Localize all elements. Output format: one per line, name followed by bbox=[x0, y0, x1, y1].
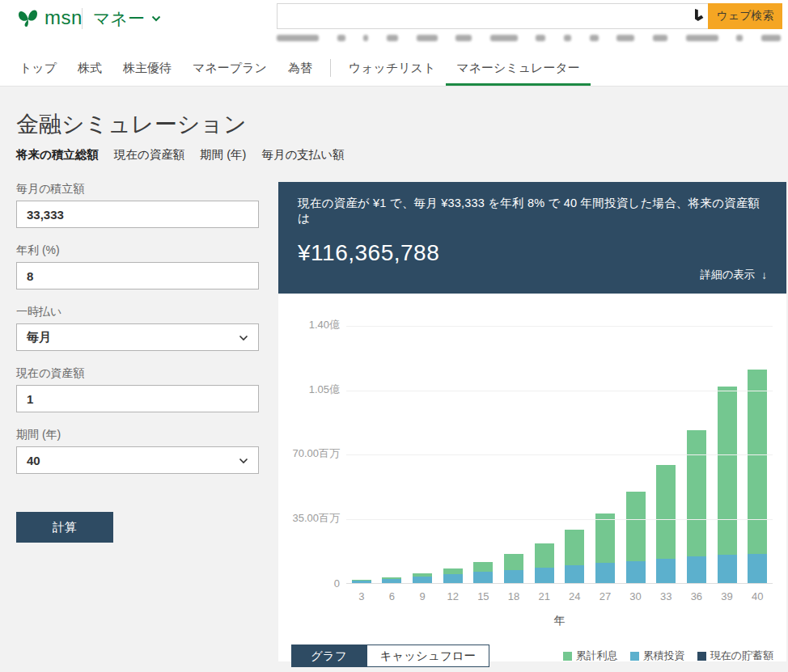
bar-year-39[interactable] bbox=[718, 387, 737, 583]
bar-year-27[interactable] bbox=[595, 514, 615, 583]
bar-year-40[interactable] bbox=[748, 370, 767, 583]
x-axis-tick-label: 39 bbox=[718, 590, 737, 602]
period-years-label: 期間 (年) bbox=[16, 428, 278, 442]
subtab-future-savings[interactable]: 将来の積立総額 bbox=[16, 147, 99, 163]
gridline bbox=[346, 391, 773, 391]
msn-logo-text: msn bbox=[44, 6, 83, 29]
legend-item: 現在の貯蓄額 bbox=[697, 649, 773, 663]
legend-swatch-icon bbox=[697, 652, 706, 661]
subtab-monthly-payment[interactable]: 毎月の支払い額 bbox=[261, 147, 344, 163]
chart-card: 1.40億1.05億70.00百万35.00百万0 36912151821242… bbox=[278, 294, 786, 661]
investment-segment bbox=[687, 556, 706, 583]
investment-segment bbox=[413, 577, 432, 583]
subtab-period[interactable]: 期間 (年) bbox=[200, 147, 246, 163]
show-details-label: 詳細の表示 bbox=[700, 268, 755, 282]
msn-logo[interactable]: msn bbox=[16, 6, 83, 29]
bar-year-18[interactable] bbox=[504, 554, 523, 583]
bar-year-12[interactable] bbox=[443, 568, 463, 583]
legend-label: 現在の貯蓄額 bbox=[710, 649, 773, 663]
chevron-down-icon bbox=[239, 458, 248, 464]
bing-icon bbox=[693, 3, 708, 29]
x-axis-tick-label: 18 bbox=[504, 590, 523, 602]
nav-item-watchlist[interactable]: ウォッチリスト bbox=[338, 50, 446, 86]
arrow-down-icon: ↓ bbox=[761, 269, 767, 281]
search-bar: ウェブ検索 bbox=[277, 3, 782, 29]
x-axis-tick-label: 30 bbox=[626, 590, 646, 602]
interest-segment bbox=[718, 387, 737, 555]
bar-year-9[interactable] bbox=[413, 573, 432, 583]
x-axis-tick-label: 33 bbox=[656, 590, 676, 602]
bar-year-21[interactable] bbox=[535, 543, 554, 583]
interest-segment bbox=[565, 530, 584, 565]
nav-item-forex[interactable]: 為替 bbox=[277, 50, 323, 86]
bar-year-6[interactable] bbox=[382, 577, 401, 583]
money-vertical-menu[interactable]: マネー bbox=[93, 7, 161, 30]
web-search-button[interactable]: ウェブ検索 bbox=[708, 3, 782, 29]
period-years-value: 40 bbox=[27, 454, 40, 467]
simulation-form: 毎月の積立額 年利 (%) 一時払い 毎月 現在の資産額 bbox=[16, 182, 278, 661]
chart-footer: グラフ キャッシュフロー 累計利息累積投資現在の貯蓄額 bbox=[291, 645, 773, 667]
interest-segment bbox=[626, 492, 646, 561]
x-axis-tick-label: 21 bbox=[535, 590, 554, 602]
x-axis-tick-label: 9 bbox=[413, 590, 432, 602]
bar-year-30[interactable] bbox=[626, 492, 646, 583]
bar-year-36[interactable] bbox=[687, 430, 706, 583]
bar-year-15[interactable] bbox=[473, 562, 493, 583]
summary-panel: 現在の資産が ¥1 で、毎月 ¥33,333 を年利 8% で 40 年間投資し… bbox=[278, 182, 786, 294]
current-assets-input[interactable] bbox=[16, 385, 259, 412]
y-axis-tick-label: 70.00百万 bbox=[292, 446, 340, 461]
investment-segment bbox=[535, 568, 554, 583]
nav-item-money-plan[interactable]: マネープラン bbox=[182, 50, 277, 86]
simulation-subtabs: 将来の積立総額 現在の資産額 期間 (年) 毎月の支払い額 bbox=[16, 146, 788, 163]
interest-segment bbox=[504, 554, 523, 570]
y-axis-tick-label: 1.05億 bbox=[309, 382, 340, 397]
chart-view-tabs: グラフ キャッシュフロー bbox=[291, 645, 489, 667]
nav-item-money-simulator[interactable]: マネーシミュレーター bbox=[446, 50, 590, 86]
y-axis-tick-label: 0 bbox=[334, 577, 340, 590]
legend-swatch-icon bbox=[630, 652, 639, 661]
y-axis-tick-label: 1.40億 bbox=[309, 318, 340, 332]
chart-plot-area bbox=[346, 327, 773, 584]
tab-cashflow[interactable]: キャッシュフロー bbox=[366, 645, 489, 667]
summary-sentence: 現在の資産が ¥1 で、毎月 ¥33,333 を年利 8% で 40 年間投資し… bbox=[298, 196, 767, 226]
annual-rate-input[interactable] bbox=[16, 262, 259, 290]
interest-segment bbox=[748, 370, 767, 554]
investment-segment bbox=[565, 565, 584, 583]
bars-container bbox=[346, 370, 773, 583]
interest-segment bbox=[473, 562, 493, 572]
legend-item: 累計利息 bbox=[563, 649, 618, 663]
bar-year-33[interactable] bbox=[656, 465, 676, 583]
x-axis-tick-label: 36 bbox=[687, 590, 706, 602]
chart-legend: 累計利息累積投資現在の貯蓄額 bbox=[563, 649, 773, 663]
bar-year-24[interactable] bbox=[565, 530, 584, 583]
nav-item-top[interactable]: トップ bbox=[9, 50, 67, 86]
y-axis-tick-label: 35.00百万 bbox=[292, 511, 340, 526]
blurred-links-row bbox=[277, 32, 781, 43]
investment-segment bbox=[504, 570, 523, 583]
nav-item-shareholder-benefits[interactable]: 株主優待 bbox=[112, 50, 182, 86]
search-input[interactable] bbox=[277, 3, 693, 29]
subtab-current-assets[interactable]: 現在の資産額 bbox=[114, 147, 184, 163]
payment-frequency-select[interactable]: 毎月 bbox=[16, 323, 259, 351]
investment-segment bbox=[656, 559, 676, 583]
x-axis-tick-label: 15 bbox=[473, 590, 493, 602]
period-years-select[interactable]: 40 bbox=[16, 446, 259, 474]
investment-segment bbox=[595, 563, 615, 583]
monthly-contribution-input[interactable] bbox=[16, 201, 259, 228]
show-details-link[interactable]: 詳細の表示 ↓ bbox=[700, 268, 767, 282]
x-axis-title: 年 bbox=[346, 614, 773, 628]
nav-item-stocks[interactable]: 株式 bbox=[67, 50, 112, 86]
interest-segment bbox=[656, 465, 676, 560]
results-panel: 現在の資産が ¥1 で、毎月 ¥33,333 を年利 8% で 40 年間投資し… bbox=[278, 182, 786, 661]
gridline bbox=[346, 583, 773, 584]
tab-graph[interactable]: グラフ bbox=[291, 645, 366, 667]
investment-segment bbox=[626, 561, 646, 583]
investment-segment bbox=[718, 555, 737, 583]
monthly-contribution-label: 毎月の積立額 bbox=[16, 182, 278, 197]
interest-segment bbox=[687, 430, 706, 556]
interest-segment bbox=[595, 514, 615, 564]
x-axis-tick-label: 6 bbox=[382, 590, 401, 602]
msn-butterfly-icon bbox=[16, 6, 40, 29]
x-axis-tick-label: 24 bbox=[565, 590, 584, 602]
calculate-button[interactable]: 計算 bbox=[16, 512, 113, 543]
